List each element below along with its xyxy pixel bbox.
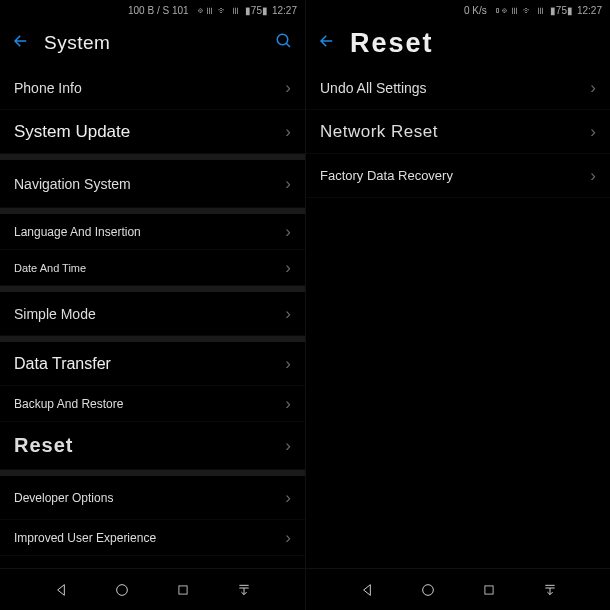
list-item-label: Network Reset bbox=[320, 122, 438, 142]
status-time: 12:27 bbox=[577, 5, 602, 16]
screen-system: 100 B / S 101 ◎ ⫴ ᯤ ⫴ ▮75▮ 12:27 System … bbox=[0, 0, 305, 610]
page-title: Reset bbox=[350, 28, 434, 59]
svg-rect-5 bbox=[484, 585, 492, 593]
item-network-reset[interactable]: Network Reset › bbox=[306, 110, 610, 154]
chevron-right-icon: › bbox=[285, 222, 291, 242]
status-battery: ▮75▮ bbox=[550, 5, 573, 16]
list-item-label: Simple Mode bbox=[14, 306, 96, 322]
item-factory-data-recovery[interactable]: Factory Data Recovery › bbox=[306, 154, 610, 198]
list-item-label: Backup And Restore bbox=[14, 397, 123, 411]
list-item-label: Undo All Settings bbox=[320, 80, 427, 96]
list-item-label: Date And Time bbox=[14, 262, 86, 274]
chevron-right-icon: › bbox=[285, 258, 291, 278]
svg-line-1 bbox=[286, 43, 290, 47]
status-data-rate: 0 K/s bbox=[464, 5, 487, 16]
chevron-right-icon: › bbox=[590, 166, 596, 186]
chevron-right-icon: › bbox=[285, 354, 291, 374]
item-backup-restore[interactable]: Backup And Restore › bbox=[0, 386, 305, 422]
list-item-label: Phone Info bbox=[14, 80, 82, 96]
list-item-label: Developer Options bbox=[14, 491, 113, 505]
item-navigation-system[interactable]: Navigation System › bbox=[0, 160, 305, 208]
item-certified-logo[interactable]: Certified Logo › bbox=[0, 556, 305, 568]
list-item-label: Data Transfer bbox=[14, 355, 111, 373]
chevron-right-icon: › bbox=[285, 174, 291, 194]
nav-recent-icon[interactable] bbox=[173, 580, 193, 600]
list-item-label: System Update bbox=[14, 122, 130, 142]
svg-point-2 bbox=[117, 584, 128, 595]
nav-back-icon[interactable] bbox=[51, 580, 71, 600]
back-icon[interactable] bbox=[12, 32, 30, 55]
navigation-bar bbox=[0, 568, 305, 610]
screen-reset: 0 K/s ▯ ◎ ⫴ ᯤ ⫴ ▮75▮ 12:27 Reset Undo Al… bbox=[305, 0, 610, 610]
chevron-right-icon: › bbox=[285, 304, 291, 324]
item-system-update[interactable]: System Update › bbox=[0, 110, 305, 154]
item-undo-all-settings[interactable]: Undo All Settings › bbox=[306, 66, 610, 110]
settings-list: Phone Info › System Update › Navigation … bbox=[0, 66, 305, 568]
item-improved-ux[interactable]: Improved User Experience › bbox=[0, 520, 305, 556]
chevron-right-icon: › bbox=[285, 394, 291, 414]
nav-back-icon[interactable] bbox=[357, 580, 377, 600]
list-item-label: Language And Insertion bbox=[14, 225, 141, 239]
item-developer-options[interactable]: Developer Options › bbox=[0, 476, 305, 520]
navigation-bar bbox=[306, 568, 610, 610]
chevron-right-icon: › bbox=[285, 488, 291, 508]
status-icons: ◎ ⫴ ᯤ ⫴ bbox=[198, 5, 241, 16]
item-reset[interactable]: Reset › bbox=[0, 422, 305, 470]
list-item-label: Improved User Experience bbox=[14, 531, 156, 545]
list-item-label: Reset bbox=[14, 434, 73, 457]
chevron-right-icon: › bbox=[590, 122, 596, 142]
reset-list: Undo All Settings › Network Reset › Fact… bbox=[306, 66, 610, 568]
chevron-right-icon: › bbox=[285, 78, 291, 98]
header: Reset bbox=[306, 20, 610, 66]
item-date-time[interactable]: Date And Time › bbox=[0, 250, 305, 286]
header: System bbox=[0, 20, 305, 66]
nav-recent-icon[interactable] bbox=[479, 580, 499, 600]
status-data-rate: 100 B / S 101 bbox=[128, 5, 189, 16]
svg-point-0 bbox=[277, 34, 288, 45]
nav-notifications-icon[interactable] bbox=[234, 580, 254, 600]
chevron-right-icon: › bbox=[285, 528, 291, 548]
nav-home-icon[interactable] bbox=[418, 580, 438, 600]
list-item-label: Factory Data Recovery bbox=[320, 168, 453, 183]
svg-rect-3 bbox=[179, 585, 187, 593]
item-simple-mode[interactable]: Simple Mode › bbox=[0, 292, 305, 336]
back-icon[interactable] bbox=[318, 32, 336, 55]
chevron-right-icon: › bbox=[590, 78, 596, 98]
status-battery: ▮75▮ bbox=[245, 5, 268, 16]
list-item-label: Navigation System bbox=[14, 176, 131, 192]
page-title: System bbox=[44, 32, 110, 54]
chevron-right-icon: › bbox=[285, 122, 291, 142]
nav-home-icon[interactable] bbox=[112, 580, 132, 600]
status-bar: 100 B / S 101 ◎ ⫴ ᯤ ⫴ ▮75▮ 12:27 bbox=[0, 0, 305, 20]
search-icon[interactable] bbox=[275, 32, 293, 55]
item-data-transfer[interactable]: Data Transfer › bbox=[0, 342, 305, 386]
svg-point-4 bbox=[422, 584, 433, 595]
item-language-insertion[interactable]: Language And Insertion › bbox=[0, 214, 305, 250]
item-phone-info[interactable]: Phone Info › bbox=[0, 66, 305, 110]
nav-notifications-icon[interactable] bbox=[540, 580, 560, 600]
status-time: 12:27 bbox=[272, 5, 297, 16]
status-icons: ▯ ◎ ⫴ ᯤ ⫴ bbox=[495, 5, 546, 16]
chevron-right-icon: › bbox=[285, 436, 291, 456]
status-bar: 0 K/s ▯ ◎ ⫴ ᯤ ⫴ ▮75▮ 12:27 bbox=[306, 0, 610, 20]
